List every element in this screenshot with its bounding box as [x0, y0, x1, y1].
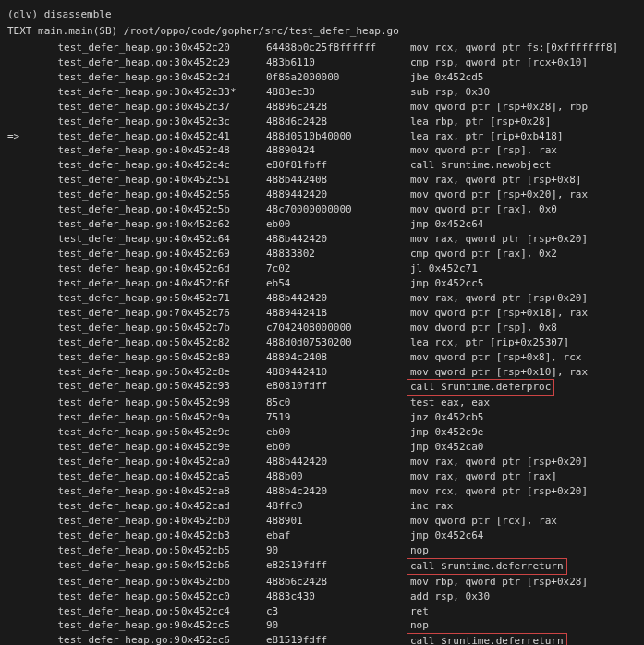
disasm-row: test_defer_heap.go:40x452c51488b442408mo… [7, 173, 637, 188]
disasm-row: test_defer_heap.go:30x452c29483b6110cmp … [7, 55, 637, 70]
disasm-row: test_defer_heap.go:50x452c9885c0test eax… [7, 396, 637, 410]
instruction: call $runtime.deferproc [410, 379, 637, 396]
current-instruction-arrow [7, 291, 33, 306]
instruction: test eax, eax [410, 396, 637, 410]
source-location: test_defer_heap.go:4 [33, 217, 181, 232]
source-location: test_defer_heap.go:5 [33, 396, 181, 410]
current-instruction-arrow [7, 306, 33, 321]
source-location: test_defer_heap.go:3 [33, 100, 181, 115]
current-instruction-arrow [7, 469, 33, 484]
disasm-row: test_defer_heap.go:50x452cb6e82519fdffca… [7, 558, 637, 575]
address: 0x452cc4 [181, 604, 266, 619]
address: 0x452c37 [181, 100, 266, 115]
instruction: lea rbp, ptr [rsp+0x28] [410, 115, 637, 129]
instruction: mov qword ptr [rsp+0x8], rcx [410, 350, 637, 365]
instruction: add rsp, 0x30 [410, 590, 637, 604]
current-instruction-arrow [7, 158, 33, 173]
highlighted-call: call $runtime.deferproc [407, 379, 554, 396]
source-location: test_defer_heap.go:4 [33, 202, 181, 217]
disasm-row: test_defer_heap.go:30x452c3c488d6c2428le… [7, 115, 637, 129]
source-location: test_defer_heap.go:4 [33, 247, 181, 262]
instruction: lea rax, ptr [rip+0xb418] [410, 129, 637, 144]
current-instruction-arrow [7, 604, 33, 619]
current-instruction-arrow [7, 321, 33, 335]
instruction: jl 0x452c71 [410, 262, 637, 276]
instruction: mov dword ptr [rsp], 0x8 [410, 321, 637, 335]
address: 0x452c8e [181, 365, 266, 380]
opcode-bytes: 90 [266, 618, 410, 633]
current-instruction-arrow [7, 143, 33, 158]
source-location: test_defer_heap.go:3 [33, 115, 181, 129]
instruction: mov rax, qword ptr [rsp+0x20] [410, 291, 637, 306]
source-location: test_defer_heap.go:4 [33, 469, 181, 484]
instruction: jbe 0x452cd5 [410, 70, 637, 85]
disasm-row: test_defer_heap.go:40x452cad48ffc0inc ra… [7, 499, 637, 514]
source-location: test_defer_heap.go:4 [33, 440, 181, 455]
source-location: test_defer_heap.go:3 [33, 85, 181, 100]
source-location: test_defer_heap.go:4 [33, 158, 181, 173]
opcode-bytes: 48890424 [266, 143, 410, 158]
current-instruction-arrow [7, 202, 33, 217]
address: 0x452c98 [181, 396, 266, 410]
address: 0x452c29 [181, 55, 266, 70]
instruction: inc rax [410, 499, 637, 514]
current-instruction-arrow [7, 514, 33, 529]
current-instruction-arrow [7, 85, 33, 100]
current-instruction-arrow [7, 440, 33, 455]
source-location: test_defer_heap.go:5 [33, 291, 181, 306]
current-instruction-arrow [7, 633, 33, 645]
opcode-bytes: 488d0d07530200 [266, 335, 410, 350]
address: 0x452c48 [181, 143, 266, 158]
instruction: mov qword ptr [rsp+0x18], rax [410, 306, 637, 321]
address: 0x452ca8 [181, 484, 266, 499]
source-location: test_defer_heap.go:3 [33, 55, 181, 70]
dlv-prompt: (dlv) disassemble [7, 7, 637, 22]
address: 0x452c2d [181, 70, 266, 85]
current-instruction-arrow [7, 188, 33, 202]
address: 0x452c9c [181, 425, 266, 440]
opcode-bytes: 4883ec30 [266, 85, 410, 100]
opcode-bytes: c7042408000000 [266, 321, 410, 335]
opcode-bytes: 48896c2428 [266, 100, 410, 115]
opcode-bytes: ebaf [266, 529, 410, 543]
current-instruction-arrow [7, 247, 33, 262]
disasm-row: test_defer_heap.go:70x452c764889442418mo… [7, 306, 637, 321]
opcode-bytes: 4883c430 [266, 590, 410, 604]
opcode-bytes: 483b6110 [266, 55, 410, 70]
disasm-row: test_defer_heap.go:90x452cc590nop [7, 618, 637, 633]
disasm-row: test_defer_heap.go:40x452cb3ebafjmp 0x45… [7, 529, 637, 543]
instruction: mov qword ptr [rsp], rax [410, 143, 637, 158]
source-location: test_defer_heap.go:5 [33, 321, 181, 335]
disasm-row: test_defer_heap.go:40x452c6d7c02jl 0x452… [7, 262, 637, 276]
address: 0x452c76 [181, 306, 266, 321]
instruction: nop [410, 618, 637, 633]
source-location: test_defer_heap.go:5 [33, 543, 181, 558]
source-location: test_defer_heap.go:4 [33, 455, 181, 469]
opcode-bytes: eb00 [266, 425, 410, 440]
opcode-bytes: 488b442408 [266, 173, 410, 188]
disasm-row: test_defer_heap.go:50x452c82488d0d075302… [7, 335, 637, 350]
opcode-bytes: e80810fdff [266, 379, 410, 396]
opcode-bytes: 7519 [266, 410, 410, 425]
opcode-bytes: 488d6c2428 [266, 115, 410, 129]
opcode-bytes: 4889442420 [266, 188, 410, 202]
instruction: lea rcx, ptr [rip+0x25307] [410, 335, 637, 350]
source-location: test_defer_heap.go:4 [33, 262, 181, 276]
disasm-row: test_defer_heap.go:30x452c2d0f86a2000000… [7, 70, 637, 85]
address: 0x452cbb [181, 575, 266, 590]
instruction: mov qword ptr [rsp+0x20], rax [410, 188, 637, 202]
disasm-row: test_defer_heap.go:40x452c9eeb00jmp 0x45… [7, 440, 637, 455]
address: 0x452c6f [181, 276, 266, 291]
address: 0x452c71 [181, 291, 266, 306]
opcode-bytes: 488b00 [266, 469, 410, 484]
disasm-row: test_defer_heap.go:40x452c4ce80f81fbffca… [7, 158, 637, 173]
current-instruction-arrow [7, 529, 33, 543]
source-location: test_defer_heap.go:5 [33, 558, 181, 575]
instruction: mov qword ptr [rcx], rax [410, 514, 637, 529]
source-location: test_defer_heap.go:4 [33, 529, 181, 543]
current-instruction-arrow [7, 379, 33, 396]
instruction: mov rax, qword ptr [rsp+0x20] [410, 232, 637, 247]
disasm-row: test_defer_heap.go:50x452c71488b442420mo… [7, 291, 637, 306]
address: 0x452c9e [181, 440, 266, 455]
opcode-bytes: 488b6c2428 [266, 575, 410, 590]
